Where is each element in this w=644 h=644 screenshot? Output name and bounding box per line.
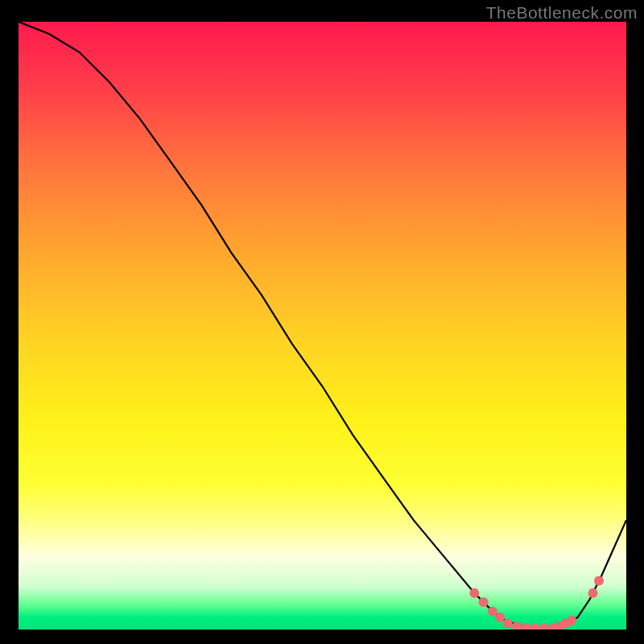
data-marker	[469, 588, 479, 598]
data-marker	[567, 616, 576, 625]
data-marker	[594, 576, 604, 586]
data-marker	[495, 613, 505, 622]
data-marker	[539, 624, 549, 630]
data-marker	[530, 624, 540, 630]
bottleneck-curve	[19, 22, 626, 630]
marker-group	[469, 576, 604, 630]
curve-layer	[19, 22, 626, 630]
chart-frame: TheBottleneck.com	[0, 0, 644, 644]
data-marker	[479, 597, 489, 607]
gradient-plot-area	[19, 22, 626, 630]
watermark-text: TheBottleneck.com	[486, 3, 638, 23]
data-marker	[503, 619, 513, 629]
data-marker	[521, 623, 530, 630]
data-marker	[588, 588, 598, 598]
